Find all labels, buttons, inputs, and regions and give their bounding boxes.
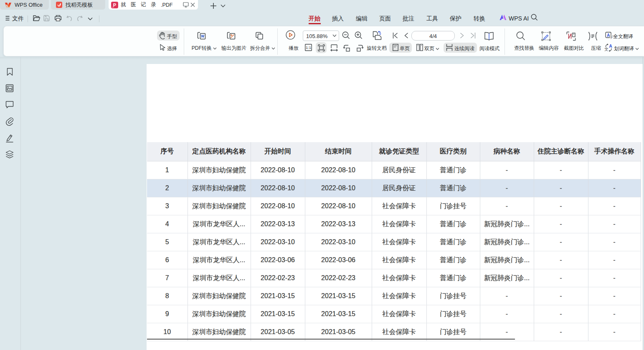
svg-text:文: 文: [604, 47, 609, 51]
svg-text:P: P: [113, 3, 116, 8]
svg-text:字: 字: [609, 35, 613, 39]
svg-text:A: A: [609, 43, 612, 49]
svg-text:1:1: 1:1: [306, 45, 311, 50]
